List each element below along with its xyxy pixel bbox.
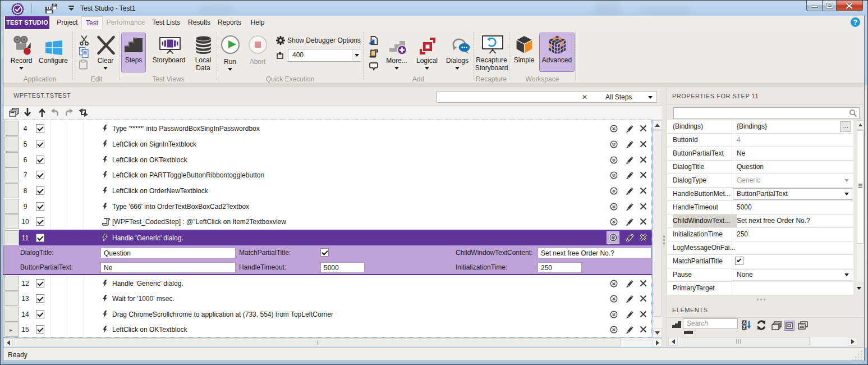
- svg-text:A: A: [743, 320, 746, 325]
- svg-text:Z: Z: [743, 325, 746, 330]
